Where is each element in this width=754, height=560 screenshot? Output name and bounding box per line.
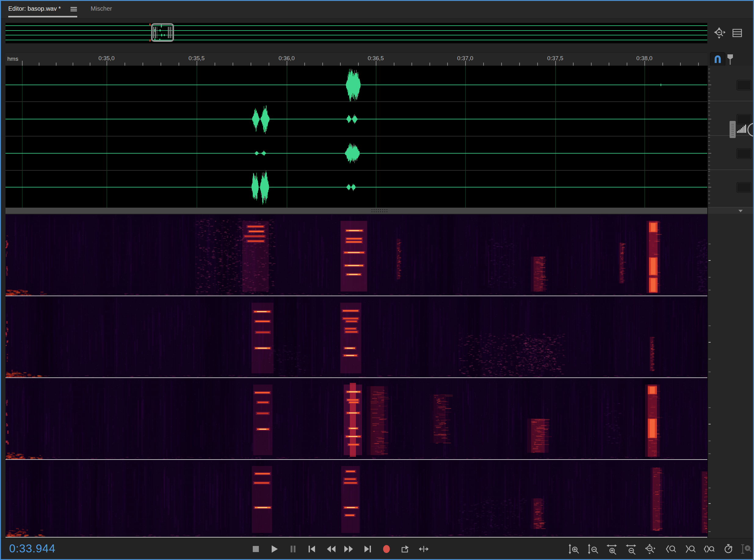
amplitude-tick: [708, 77, 710, 77]
overview-waveform-line: [5, 35, 707, 35]
amplitude-tick: [708, 141, 710, 142]
tab-mixer-label: Mischer: [91, 5, 112, 12]
amplitude-tick: [708, 191, 710, 192]
collapse-arrow-icon[interactable]: [738, 210, 743, 212]
channel-number-badge[interactable]: [737, 183, 751, 192]
skip-selection-icon: [418, 543, 429, 555]
amplitude-tick: [708, 203, 710, 203]
ruler-unit-label: hms: [7, 56, 18, 62]
amplitude-tick: [708, 115, 710, 115]
play-button[interactable]: [269, 543, 280, 555]
amplitude-tick: [708, 85, 711, 85]
amplitude-tick: [708, 100, 710, 101]
freq-tick: [709, 244, 711, 244]
amplitude-tick: [708, 187, 711, 187]
zoom-out-vertical-button[interactable]: [587, 543, 598, 555]
spectrogram-channel-4[interactable]: [5, 460, 707, 537]
current-time-display[interactable]: 0:33.944: [9, 542, 56, 555]
spectrogram-channel-2[interactable]: [5, 296, 707, 377]
panel-rows-icon[interactable]: [731, 27, 743, 38]
amplitude-tick: [708, 119, 711, 119]
zoom-in-at-out-point-icon: [685, 543, 695, 555]
audition-editor-window: Editor: basop.wav * Mischer: [0, 0, 754, 560]
zoom-in-horizontal-icon: [606, 543, 617, 555]
tab-editor[interactable]: Editor: basop.wav *: [8, 0, 61, 17]
zoom-in-at-in-point-button[interactable]: [665, 543, 676, 555]
frequency-scale-3: [708, 378, 754, 459]
thumb-left-grip[interactable]: [153, 27, 157, 38]
splitter-grip-dots: [371, 209, 387, 212]
zoom-to-selection-icon: [703, 543, 714, 555]
zoom-out-horizontal-icon: [626, 543, 636, 555]
vertical-scroll-handle[interactable]: [730, 121, 736, 138]
skip-to-previous-button[interactable]: [306, 543, 317, 555]
zoom-out-full-button[interactable]: [645, 543, 656, 555]
skip-selection-button[interactable]: [418, 543, 429, 555]
zoom-out-full-button[interactable]: [714, 27, 726, 39]
snapping-toggle-button[interactable]: [710, 52, 725, 66]
amplitude-tick: [708, 135, 710, 135]
frequency-scale-2: [708, 296, 754, 377]
view-splitter-handle[interactable]: [5, 208, 707, 214]
zoom-in-at-out-point-button[interactable]: [685, 543, 695, 555]
freq-tick: [709, 359, 711, 359]
zoom-vertical-disabled-button: [740, 543, 752, 555]
amplitude-tick: [708, 81, 710, 81]
loop-playback-button[interactable]: [400, 543, 411, 555]
pause-button: [288, 543, 299, 555]
amplitude-tick: [708, 183, 710, 183]
channel-number-badge[interactable]: [737, 149, 751, 158]
channel-number-badge[interactable]: [737, 80, 751, 90]
zoom-in-vertical-button[interactable]: [568, 543, 579, 555]
freq-tick: [709, 277, 711, 278]
skip-to-next-button[interactable]: [362, 543, 373, 555]
fast-forward-button[interactable]: [343, 543, 354, 555]
zoom-knob[interactable]: [747, 122, 754, 137]
thumb-right-grip[interactable]: [168, 27, 172, 38]
frequency-scale-4: [708, 460, 754, 537]
amplitude-tick: [708, 103, 710, 103]
spectrogram-bottom-edge: [5, 537, 707, 538]
amplitude-tick: [708, 179, 710, 180]
amplitude-tick: [708, 171, 710, 172]
spectrogram-channel-3[interactable]: [5, 378, 707, 459]
zoom-out-vertical-icon: [587, 543, 598, 555]
marker-pin-icon[interactable]: [727, 54, 734, 65]
overview-waveform-line: [5, 25, 707, 26]
zoom-to-selection-button[interactable]: [703, 543, 714, 555]
freq-tick: [709, 441, 711, 441]
stop-button[interactable]: [250, 543, 261, 555]
amplitude-scale-icon: [737, 124, 747, 133]
spectrogram-separator: [5, 296, 707, 296]
amplitude-tick: [708, 161, 710, 162]
amplitude-tick: [708, 69, 710, 69]
record-button[interactable]: [381, 543, 392, 555]
zoom-out-full-icon: [645, 543, 656, 555]
amplitude-tick: [708, 199, 710, 199]
spectrogram-channel-1[interactable]: [5, 214, 707, 296]
channel-header-1: [708, 66, 754, 101]
zoom-out-horizontal-button[interactable]: [626, 543, 636, 555]
rewind-button[interactable]: [325, 543, 337, 555]
timed-record-button[interactable]: [723, 543, 734, 555]
freq-tick: [709, 519, 711, 520]
amplitude-tick: [708, 175, 710, 176]
tab-mixer[interactable]: Mischer: [91, 0, 112, 17]
zoom-navigator-bar[interactable]: [5, 23, 707, 43]
time-ruler[interactable]: hms 0:35,0 0:35,5 0:36,0 0:36,5 0:37,0 0…: [5, 53, 707, 66]
freq-tick: [709, 290, 711, 291]
amplitude-tick: [708, 153, 711, 154]
stop-icon: [250, 543, 261, 555]
zoom-in-horizontal-button[interactable]: [606, 543, 617, 555]
overview-waveform-line: [5, 40, 707, 40]
amplitude-tick: [708, 149, 710, 149]
freq-tick: [709, 488, 711, 488]
panel-menu-icon[interactable]: [70, 7, 77, 12]
zoom-navigator-thumb[interactable]: [151, 23, 174, 42]
amplitude-tick: [708, 169, 710, 169]
multichannel-waveform-view[interactable]: [5, 66, 707, 208]
amplitude-tick: [708, 195, 710, 195]
freq-tick: [709, 260, 711, 261]
freq-tick: [709, 531, 711, 532]
overview-waveform-line: [5, 30, 707, 31]
